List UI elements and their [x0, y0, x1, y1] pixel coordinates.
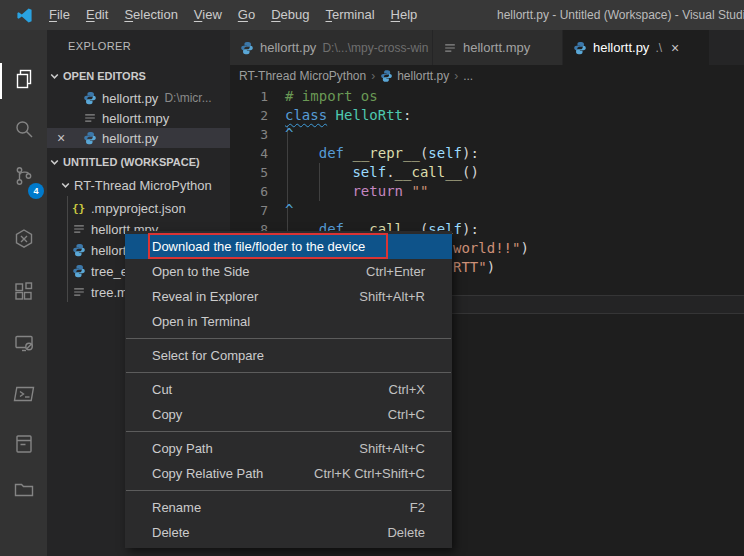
context-menu-item-download-the-file-floder-to-the-device[interactable]: Download the file/floder to the device	[125, 234, 452, 259]
file-name: hellortt.mpy	[102, 111, 169, 126]
activity-notebook-button[interactable]	[0, 431, 47, 461]
context-menu-item-select-for-compare[interactable]: Select for Compare	[125, 343, 452, 368]
menu-selection[interactable]: Selection	[116, 0, 185, 30]
file-name: .mpyproject.json	[91, 201, 186, 216]
mpy-file-icon	[443, 41, 458, 55]
menu-terminal[interactable]: Terminal	[317, 0, 382, 30]
mpy-file-icon	[72, 222, 87, 236]
activity-device-monitor-button[interactable]	[0, 330, 47, 360]
source-control-badge: 4	[28, 183, 44, 199]
device-monitor-icon	[12, 331, 36, 359]
python-file-icon	[72, 264, 87, 278]
line-number: 4	[230, 144, 268, 163]
json-file-icon: {}	[72, 202, 87, 215]
breadcrumb: RT-Thread MicroPython›hellortt.py›...	[230, 65, 744, 87]
context-menu-item-cut[interactable]: CutCtrl+X	[125, 377, 452, 402]
code-line-3: 3^	[230, 125, 744, 144]
mpy-file-icon	[72, 285, 87, 299]
files-icon	[12, 67, 36, 95]
breadcrumb-item[interactable]: hellortt.py	[380, 69, 449, 83]
line-number: 3	[230, 125, 268, 144]
menu-go[interactable]: Go	[230, 0, 263, 30]
debug-icon	[12, 227, 36, 255]
activity-explorer-button[interactable]	[0, 66, 47, 96]
tab-hellortt.py[interactable]: hellortt.pyD:\...\mpy-cross-win	[230, 30, 433, 65]
menu-item-label: Open in Terminal	[152, 309, 250, 334]
menu-item-label: Select for Compare	[152, 343, 264, 368]
terminal-icon	[12, 382, 36, 410]
search-icon	[12, 117, 36, 145]
menu-debug[interactable]: Debug	[263, 0, 317, 30]
menu-separator	[126, 338, 451, 339]
menu-separator	[126, 490, 451, 491]
open-editor-hellortt.mpy[interactable]: hellortt.mpy	[47, 108, 230, 128]
menu-item-label: Copy Path	[152, 436, 213, 461]
code-line-1: 1# import os	[230, 87, 744, 106]
open-editor-hellortt.py[interactable]: hellortt.pyD:\micr...	[47, 88, 230, 108]
breadcrumb-item[interactable]: RT-Thread MicroPython	[239, 69, 366, 83]
editor-tab-bar: hellortt.pyD:\...\mpy-cross-winhellortt.…	[230, 30, 744, 65]
sidebar-title: EXPLORER	[68, 40, 131, 52]
notebook-icon	[12, 432, 36, 460]
vscode-logo-icon	[16, 7, 33, 24]
context-menu-item-copy-relative-path[interactable]: Copy Relative PathCtrl+K Ctrl+Shift+C	[125, 461, 452, 486]
context-menu-item-copy[interactable]: CopyCtrl+C	[125, 402, 452, 427]
context-menu-item-rename[interactable]: RenameF2	[125, 495, 452, 520]
menu-help[interactable]: Help	[383, 0, 426, 30]
menu-item-shortcut: Shift+Alt+C	[359, 436, 425, 461]
menu-item-label: Reveal in Explorer	[152, 284, 258, 309]
menu-separator	[126, 372, 451, 373]
menu-item-label: Copy Relative Path	[152, 461, 263, 486]
activity-bar: 4	[0, 30, 47, 556]
context-menu-item-open-to-the-side[interactable]: Open to the SideCtrl+Enter	[125, 259, 452, 284]
menu-item-shortcut: Ctrl+X	[389, 377, 425, 402]
context-menu-item-open-in-terminal[interactable]: Open in Terminal	[125, 309, 452, 334]
title-bar: FileEditSelectionViewGoDebugTerminalHelp…	[0, 0, 744, 30]
activity-source-control-button[interactable]: 4	[0, 163, 47, 193]
menu-item-label: Rename	[152, 495, 201, 520]
menu-item-label: Copy	[152, 402, 182, 427]
activity-debug-button[interactable]	[0, 226, 47, 256]
menu-item-shortcut: Delete	[387, 520, 425, 545]
menu-item-shortcut: Ctrl+K Ctrl+Shift+C	[314, 461, 425, 486]
tree-item-.mpyproject.json[interactable]: {}.mpyproject.json	[47, 198, 230, 218]
code-line-6: 6 return ""	[230, 182, 744, 201]
context-menu-item-reveal-in-explorer[interactable]: Reveal in ExplorerShift+Alt+R	[125, 284, 452, 309]
close-icon[interactable]: ×	[671, 40, 679, 56]
menu-item-label: Cut	[152, 377, 172, 402]
workspace-header[interactable]: UNTITLED (WORKSPACE)	[47, 152, 230, 172]
menu-item-shortcut: F2	[410, 495, 425, 520]
context-menu-item-delete[interactable]: DeleteDelete	[125, 520, 452, 545]
menu-item-shortcut: Ctrl+Enter	[366, 259, 425, 284]
file-name: hellortt.py	[102, 131, 158, 146]
line-number: 5	[230, 163, 268, 182]
chevron-down-icon	[60, 180, 71, 191]
menu-item-label: Delete	[152, 520, 190, 545]
menu-file[interactable]: File	[41, 0, 78, 30]
breadcrumb-separator: ›	[454, 69, 458, 83]
activity-terminal-button[interactable]	[0, 381, 47, 411]
close-icon[interactable]: ×	[57, 128, 65, 148]
activity-search-button[interactable]	[0, 116, 47, 146]
line-number: 1	[230, 87, 268, 106]
breadcrumb-item[interactable]: ...	[463, 69, 473, 83]
context-menu: Download the file/floder to the deviceOp…	[125, 231, 452, 548]
line-number: 6	[230, 182, 268, 201]
open-editor-hellortt.py[interactable]: ×hellortt.py	[47, 128, 230, 148]
menu-item-label: Download the file/floder to the device	[152, 234, 365, 259]
activity-folder-button[interactable]	[0, 476, 47, 506]
menu-view[interactable]: View	[186, 0, 230, 30]
chevron-down-icon	[49, 71, 60, 82]
file-name: hellortt.py	[102, 91, 158, 106]
menu-edit[interactable]: Edit	[78, 0, 116, 30]
open-editors-header[interactable]: OPEN EDITORS	[47, 66, 230, 86]
line-number: 2	[230, 106, 268, 125]
context-menu-item-copy-path[interactable]: Copy PathShift+Alt+C	[125, 436, 452, 461]
folder-rt-thread-micropython[interactable]: RT-Thread MicroPython	[47, 175, 230, 195]
activity-extensions-button[interactable]	[0, 279, 47, 309]
tab-hellortt.mpy[interactable]: hellortt.mpy	[433, 30, 563, 65]
tab-label: hellortt.mpy	[463, 40, 530, 55]
mpy-file-icon	[83, 111, 98, 125]
tab-hellortt.py-active[interactable]: hellortt.py.\×	[563, 30, 710, 65]
menu-item-shortcut: Ctrl+C	[388, 402, 425, 427]
